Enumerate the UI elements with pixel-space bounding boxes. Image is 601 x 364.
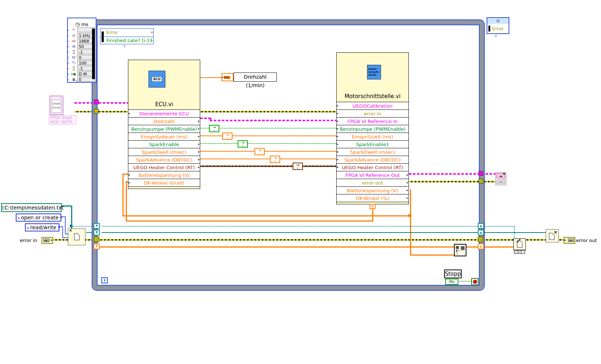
tunnel-error[interactable] [478,237,483,242]
timing-row-error: ▸?! [68,27,96,33]
tunnel-error[interactable] [94,109,99,114]
feedback-node-icon[interactable]: →* [270,156,280,163]
terminal-row[interactable]: FPGA VI Reference Out▸ [337,171,408,179]
shift-register-terminal[interactable]: ▼ [94,244,100,249]
shift-register-terminal[interactable]: ▲ [478,244,484,249]
stop-sign-icon [473,280,477,284]
feedback-node-icon[interactable]: →* [222,133,232,140]
fpga-target-icon-text: SPARK [52,102,61,106]
file-path-constant[interactable]: C:\temp\messdaten.txt [1,203,62,212]
terminal-arrow-icon: ▸ [129,174,130,177]
hourglass-warning-icon: ⌛ [70,50,77,54]
timing-unit-label: ms [81,22,88,27]
terminal-row[interactable]: UEGOCalibration▸ [337,102,408,109]
loop-output-error-label: Error [492,26,504,31]
clock-icon: ◷ [70,34,77,37]
timing-row-cursor: ▸▸●D M [68,71,96,77]
terminal-row[interactable]: SparkAdvance (DBTDC)▸ [128,156,200,163]
wire [484,246,514,248]
terminal-row[interactable]: Einspritzdauer (ms)▸ [128,133,200,140]
terminal-label: Drehzahl [154,119,175,124]
terminal-row[interactable]: DK-Winkel (%)▸ [337,194,408,202]
feedback-node-icon[interactable]: →* [238,140,248,148]
write-to-text-file-icon[interactable] [513,238,526,250]
terminal-row[interactable]: FPGA VI Reference In▸ [337,117,408,125]
terminal-row[interactable]: Benzinpumpe (PWMEnable)▸ [337,125,408,133]
timing-node-scrollbar[interactable] [92,29,95,79]
open-mode-enum[interactable]: ◄► open or create ▼ [16,213,61,222]
tunnel-fpga-reference[interactable] [479,171,483,176]
wire [62,226,63,238]
clock-icon: ◷ [487,18,509,24]
tunnel-fpga-reference[interactable] [94,100,99,104]
terminal-arrow-icon: ▸ [407,181,408,184]
error-in-label: error in [20,238,37,243]
terminal-arrow-icon: ▸ [198,158,199,161]
collapse-chevron-icon[interactable]: » [74,80,80,83]
error-out-label: error out [576,238,597,243]
terminal-row[interactable]: UEGO Heater Control (RT)▸ [337,163,408,171]
collapse-chevron-icon[interactable]: » [493,35,499,38]
loop-condition-terminal[interactable] [471,278,479,285]
terminal-row[interactable]: SparkAdvance (DBTDC)▸ [337,156,408,163]
collapse-chevron-icon[interactable]: » [122,45,128,48]
terminal-row[interactable]: error in▸ [337,109,408,117]
stop-boolean-terminal[interactable]: TF ▸ [445,279,458,285]
terminal-row[interactable]: DK-Winkel (Grad)▸ [128,179,200,186]
timing-row-321: ▸³²₁100 [68,60,96,66]
timing-row-hourglass-warning: ▸⌛-1 [68,49,96,55]
feedback-node-icon[interactable]: →* [293,163,303,170]
access-mode-enum[interactable]: ◄► read/write ▼ [25,223,59,231]
terminal-label: SparkDwell (msec) [350,149,395,155]
iteration-terminal[interactable]: i [101,277,108,283]
drehzahl-indicator-terminal[interactable]: ▸ DBL [221,73,234,81]
terminal-row[interactable]: Einspritzzeit (ms)▸ [337,133,408,140]
error-out-terminal[interactable]: ▸ ▪▪▫ [564,237,575,244]
feedback-node-icon[interactable]: →* [254,148,265,155]
terminal-label: FPGA VI Reference In [348,119,398,124]
shift-register-terminal[interactable]: ▲ [478,230,484,235]
terminal-arrow-icon: ▸ [151,31,153,34]
terminal-row[interactable]: Steuerelemente ECU▸ [128,109,200,117]
terminal-arrow-icon: ▸ [198,135,199,138]
terminal-row[interactable]: UEGO Heater Control (RT)▸ [128,163,200,171]
dk-winkel-bottom-terminal-icon[interactable]: ▼ [370,204,375,209]
terminal-row[interactable]: SparkDwell (msec)▸ [128,148,200,156]
fpga-target-file-icon[interactable]: SPARK EXAM [50,96,63,115]
terminal-row[interactable]: SparkDwell (msec)▸ [337,148,408,156]
dt-icon: dt [70,45,77,48]
path-type-icon [3,206,3,210]
shift-register-terminal[interactable]: ▲ [478,223,484,229]
motorschnittstelle-vi-node[interactable]: Motor Schnitt- Stelle Motorschnittstelle… [336,52,409,204]
terminal-row[interactable]: Benzinpumpe (PWMEnable)▸ [128,125,200,133]
terminal-row[interactable]: error out▸ [337,179,408,186]
terminal-row[interactable]: SparkEnable▸ [128,140,200,148]
terminal-row[interactable]: Batteriespannung (V)▸ [128,171,200,179]
terminal-arrow-icon: ▸ [337,127,338,130]
chevron-down-icon[interactable]: ▼ [58,226,60,229]
clock-icon: ◷ [75,21,80,27]
ecu-vi-node[interactable]: ECU ECU.vi Steuerelemente ECU▸Drehzahl▸B… [128,60,200,189]
loop-input-node[interactable]: Error Finished Late? [i-1] ▸ ▸ [100,28,154,44]
feedback-node-icon[interactable]: →* [209,125,219,132]
stop-button-label: Stopp [444,270,462,278]
error-in-terminal[interactable]: ▪▪▫ ▸ [41,237,53,244]
terminal-row[interactable]: Drehzahl▸ [128,117,200,125]
build-array-icon[interactable]: ▦ ▦ ▪·† □ [454,244,466,256]
open-create-replace-file-icon[interactable]: * [68,229,85,245]
close-file-icon[interactable]: × [546,229,559,242]
close-fpga-reference-icon[interactable]: ▪▪ × ═══ [495,172,506,185]
terminal-arrow-icon: ▸ [337,135,338,138]
tunnel-error[interactable] [479,179,483,183]
increment-decrement-icon[interactable]: ◄► [26,226,29,229]
timed-loop-config-node[interactable]: ◷ ms ▸?!▸◷1 kHz▸ab1868▸dt50▸⌛-1▸t00▸³²₁1… [67,18,96,83]
shift-register-terminal[interactable]: ▼ [94,230,100,235]
shift-register-terminal[interactable]: ▼ [94,223,100,229]
terminal-row[interactable]: SparkEnable1▸ [337,140,408,148]
tunnel-error[interactable] [94,237,99,242]
terminal-row[interactable]: Batteriespannung (V)▸ [337,186,408,194]
increment-decrement-icon[interactable]: ◄► [17,216,20,219]
loop-output-node[interactable]: ◷ Error [487,17,509,34]
terminal-arrow-icon: ▸ [337,166,338,169]
chevron-down-icon[interactable]: ▼ [60,216,62,219]
